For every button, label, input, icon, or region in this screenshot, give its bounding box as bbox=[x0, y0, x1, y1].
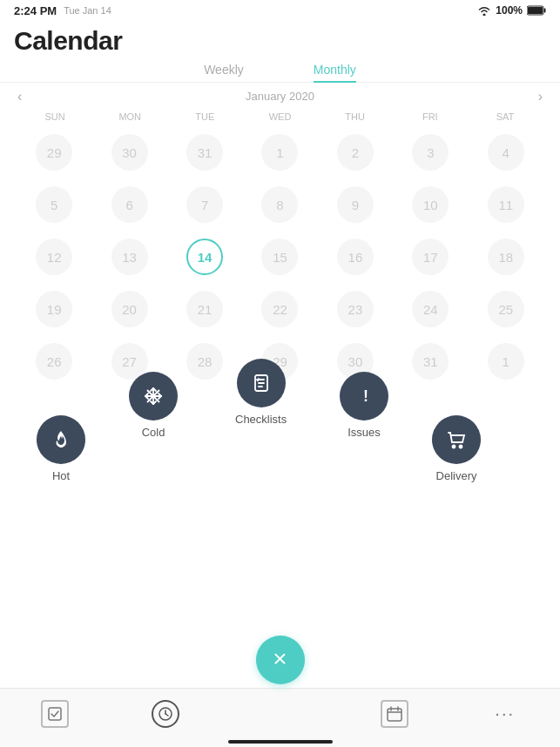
tabbar-clock[interactable] bbox=[144, 700, 187, 728]
month-label: January 2020 bbox=[246, 90, 314, 103]
tabbar-more[interactable]: ··· bbox=[483, 700, 527, 728]
calendar-cell[interactable]: 13 bbox=[92, 232, 165, 282]
fab-item-cold[interactable]: Cold bbox=[129, 372, 178, 439]
calendar-cell[interactable]: 1 bbox=[469, 336, 543, 387]
calendar-day-1[interactable]: 1 bbox=[488, 343, 524, 380]
calendar-cell[interactable]: 20 bbox=[92, 284, 165, 334]
fab-item-checklists[interactable]: Checklists bbox=[235, 359, 287, 426]
day-header-mon: MON bbox=[92, 110, 167, 124]
svg-rect-26 bbox=[388, 709, 401, 721]
svg-line-25 bbox=[165, 714, 168, 716]
calendar-day-7[interactable]: 7 bbox=[186, 186, 223, 223]
cold-icon bbox=[129, 372, 178, 421]
calendar-day-6[interactable]: 6 bbox=[111, 186, 148, 223]
fab-item-delivery[interactable]: Delivery bbox=[432, 415, 481, 482]
calendar-cell[interactable]: 4 bbox=[469, 127, 543, 178]
calendar-cell[interactable]: 7 bbox=[168, 179, 241, 230]
day-headers: SUN MON TUE WED THU FRI SAT bbox=[17, 110, 543, 124]
prev-month-button[interactable]: ‹ bbox=[9, 85, 30, 108]
calendar-cell[interactable]: 11 bbox=[469, 179, 543, 230]
calendar-day-31[interactable]: 31 bbox=[186, 134, 223, 171]
status-date: Tue Jan 14 bbox=[64, 5, 111, 16]
calendar-day-20[interactable]: 20 bbox=[111, 291, 148, 327]
calendar-cell[interactable]: 6 bbox=[92, 179, 165, 230]
calendar-cell[interactable]: 1 bbox=[243, 127, 316, 178]
svg-rect-1 bbox=[544, 9, 546, 13]
calendar-body: 2930311234567891011121314151617181920212… bbox=[17, 127, 543, 387]
calendar-day-24[interactable]: 24 bbox=[412, 291, 449, 327]
calendar-day-31[interactable]: 31 bbox=[412, 343, 449, 380]
calendar-cell[interactable]: 3 bbox=[394, 127, 467, 178]
calendar-day-13[interactable]: 13 bbox=[111, 239, 148, 275]
calendar-day-23[interactable]: 23 bbox=[337, 291, 374, 327]
calendar-cell[interactable]: 12 bbox=[17, 232, 91, 282]
tab-weekly[interactable]: Weekly bbox=[204, 63, 244, 82]
calendar-day-15[interactable]: 15 bbox=[261, 239, 298, 275]
calendar-day-12[interactable]: 12 bbox=[36, 239, 72, 275]
calendar-day-25[interactable]: 25 bbox=[488, 291, 524, 327]
battery-icon bbox=[527, 5, 546, 16]
calendar-cell[interactable]: 31 bbox=[168, 127, 241, 178]
calendar-day-22[interactable]: 22 bbox=[261, 291, 298, 327]
calendar-cell[interactable]: 2 bbox=[319, 127, 392, 178]
calendar-day-5[interactable]: 5 bbox=[36, 186, 72, 223]
day-header-sat: SAT bbox=[468, 110, 543, 124]
issues-label: Issues bbox=[347, 426, 381, 439]
calendar-day-11[interactable]: 11 bbox=[488, 186, 524, 223]
clock-tab-icon bbox=[152, 700, 179, 728]
more-tab-icon: ··· bbox=[491, 700, 519, 728]
page-title: Calendar bbox=[14, 26, 546, 56]
calendar-day-28[interactable]: 28 bbox=[186, 343, 223, 380]
calendar-day-21[interactable]: 21 bbox=[186, 291, 223, 327]
calendar-day-10[interactable]: 10 bbox=[412, 186, 449, 223]
calendar-day-1[interactable]: 1 bbox=[261, 134, 298, 171]
calendar-cell[interactable]: 9 bbox=[319, 179, 392, 230]
calendar-cell[interactable]: 19 bbox=[17, 284, 91, 334]
svg-point-21 bbox=[460, 446, 462, 448]
checklists-icon bbox=[237, 359, 286, 407]
view-tabs: Weekly Monthly bbox=[0, 56, 560, 83]
calendar-day-18[interactable]: 18 bbox=[488, 239, 524, 275]
tab-monthly[interactable]: Monthly bbox=[314, 63, 356, 82]
calendar-cell[interactable]: 21 bbox=[168, 284, 241, 334]
tabbar-checklist[interactable] bbox=[33, 700, 77, 728]
calendar-cell[interactable]: 17 bbox=[394, 232, 467, 282]
calendar-day-3[interactable]: 3 bbox=[412, 134, 449, 171]
calendar-cell[interactable]: 22 bbox=[243, 284, 316, 334]
calendar-day-30[interactable]: 30 bbox=[111, 134, 148, 171]
calendar-cell[interactable]: 24 bbox=[394, 284, 467, 334]
calendar-cell[interactable]: 31 bbox=[394, 336, 467, 387]
calendar-cell[interactable]: 23 bbox=[319, 284, 392, 334]
checklists-label: Checklists bbox=[235, 413, 287, 426]
fab-item-hot[interactable]: Hot bbox=[37, 415, 85, 482]
calendar-day-29[interactable]: 29 bbox=[36, 134, 72, 171]
calendar-cell[interactable]: 14 bbox=[168, 232, 241, 282]
calendar-day-26[interactable]: 26 bbox=[36, 343, 72, 380]
fab-item-issues[interactable]: ! Issues bbox=[340, 372, 388, 439]
calendar-cell[interactable]: 18 bbox=[469, 232, 543, 282]
next-month-button[interactable]: › bbox=[530, 85, 551, 108]
calendar-cell[interactable]: 29 bbox=[17, 127, 91, 178]
calendar-cell[interactable]: 28 bbox=[168, 336, 241, 387]
calendar-cell[interactable]: 26 bbox=[17, 336, 91, 387]
calendar-cell[interactable]: 10 bbox=[394, 179, 467, 230]
calendar-cell[interactable]: 15 bbox=[243, 232, 316, 282]
tabbar-calendar[interactable] bbox=[373, 700, 416, 728]
calendar-cell[interactable]: 16 bbox=[319, 232, 392, 282]
calendar-cell[interactable]: 30 bbox=[92, 127, 165, 178]
calendar-day-16[interactable]: 16 bbox=[337, 239, 374, 275]
calendar-day-9[interactable]: 9 bbox=[337, 186, 374, 223]
svg-rect-2 bbox=[528, 7, 543, 14]
calendar-day-17[interactable]: 17 bbox=[412, 239, 449, 275]
calendar-day-4[interactable]: 4 bbox=[488, 134, 524, 171]
calendar-day-14[interactable]: 14 bbox=[186, 239, 223, 275]
calendar-day-19[interactable]: 19 bbox=[36, 291, 72, 327]
fab-menu: Hot Cold Checklists ! Issues Deliver bbox=[0, 387, 560, 561]
calendar-grid: SUN MON TUE WED THU FRI SAT 293031123456… bbox=[0, 110, 560, 387]
calendar-cell[interactable]: 25 bbox=[469, 284, 543, 334]
calendar-cell[interactable]: 8 bbox=[243, 179, 316, 230]
fab-main-button[interactable]: × bbox=[256, 636, 305, 684]
calendar-day-2[interactable]: 2 bbox=[337, 134, 374, 171]
calendar-cell[interactable]: 5 bbox=[17, 179, 91, 230]
calendar-day-8[interactable]: 8 bbox=[261, 186, 298, 223]
